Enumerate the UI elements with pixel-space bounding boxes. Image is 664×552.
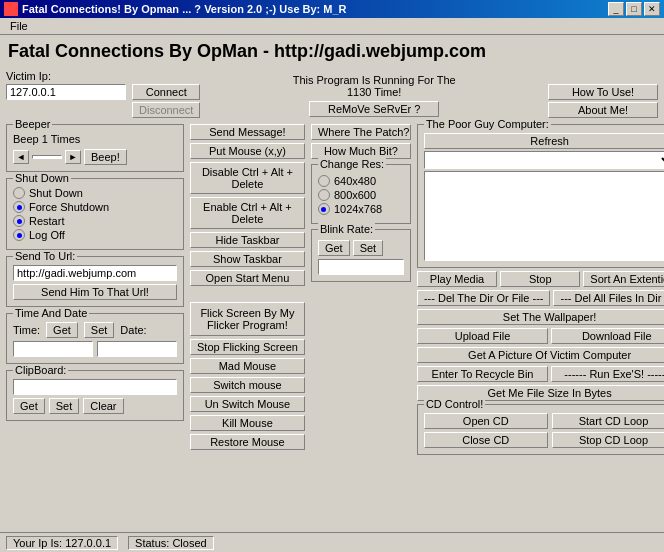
hide-taskbar-button[interactable]: Hide Taskbar [190, 232, 305, 248]
menu-bar: File [0, 18, 664, 35]
stop-button[interactable]: Stop [500, 271, 580, 287]
clipboard-get-button[interactable]: Get [13, 398, 45, 414]
stop-flick-button[interactable]: Stop Flicking Screen [190, 339, 305, 355]
shutdown-option-3: Log Off [29, 229, 65, 241]
set-wallpaper-button[interactable]: Set The Wallpaper! [417, 309, 664, 325]
radio-shutdown[interactable] [13, 187, 25, 199]
get-picture-button[interactable]: Get A Picture Of Victim Computer [417, 347, 664, 363]
poor-guy-label: The Poor Guy Computer: [424, 118, 551, 130]
maximize-button[interactable]: □ [626, 2, 642, 16]
shutdown-label: Shut Down [13, 172, 71, 184]
about-me-button[interactable]: About Me! [548, 102, 658, 118]
clipboard-input[interactable] [13, 379, 177, 395]
date-input[interactable] [97, 341, 177, 357]
time-get-button[interactable]: Get [46, 322, 78, 338]
time-set-button[interactable]: Set [84, 322, 115, 338]
beep-prev-button[interactable]: ◄ [13, 150, 29, 164]
status-label: Status: [135, 537, 169, 549]
enter-recycle-button[interactable]: Enter To Recycle Bin [417, 366, 548, 382]
enable-ctrl-button[interactable]: Enable Ctrl + Alt + Delete [190, 197, 305, 229]
ip-label: Your Ip Is: [13, 537, 62, 549]
kill-mouse-button[interactable]: Kill Mouse [190, 415, 305, 431]
send-message-button[interactable]: Send Message! [190, 124, 305, 140]
beeper-label: Beeper [13, 118, 52, 130]
running-count: 1130 Time! [347, 86, 401, 98]
victim-ip-label: Victim Ip: [6, 70, 126, 82]
del-dir-button[interactable]: --- Del The Dir Or File --- [417, 290, 551, 306]
disable-ctrl-button[interactable]: Disable Ctrl + Alt + Delete [190, 162, 305, 194]
blink-get-button[interactable]: Get [318, 240, 350, 256]
del-all-files-button[interactable]: --- Del All Files In Dir --- [553, 290, 664, 306]
beep-count-text: Beep 1 Times [13, 133, 177, 145]
poor-guy-list [424, 171, 664, 261]
open-start-menu-button[interactable]: Open Start Menu [190, 270, 305, 286]
beep-display [32, 155, 62, 159]
clipboard-clear-button[interactable]: Clear [83, 398, 123, 414]
play-media-button[interactable]: Play Media [417, 271, 497, 287]
radio-1024x768[interactable] [318, 203, 330, 215]
close-cd-button[interactable]: Close CD [424, 432, 548, 448]
ip-value: 127.0.0.1 [65, 537, 111, 549]
status-bar: Your Ip Is: 127.0.0.1 Status: Closed [0, 532, 664, 552]
switch-mouse-button[interactable]: Switch mouse [190, 377, 305, 393]
blink-input[interactable] [318, 259, 404, 275]
mad-mouse-button[interactable]: Mad Mouse [190, 358, 305, 374]
blink-rate-label: Blink Rate: [318, 223, 375, 235]
send-url-button[interactable]: Send Him To That Url! [13, 284, 177, 300]
shutdown-option-2: Restart [29, 215, 64, 227]
time-date-label: Time And Date [13, 307, 89, 319]
radio-640x480[interactable] [318, 175, 330, 187]
time-label: Time: [13, 324, 40, 336]
how-much-bit-button[interactable]: How Much Bit? [311, 143, 411, 159]
poor-guy-dropdown[interactable] [424, 151, 664, 169]
send-url-input[interactable] [13, 265, 177, 281]
menu-file[interactable]: File [4, 19, 34, 33]
how-to-use-button[interactable]: How To Use! [548, 84, 658, 100]
window-title: Fatal Connections! By Opman ... ? Versio… [22, 3, 347, 15]
app-title: Fatal Connections By OpMan - http://gadi… [0, 35, 664, 66]
running-text: This Program Is Running For The [293, 74, 456, 86]
change-res-label: Change Res: [318, 158, 386, 170]
upload-file-button[interactable]: Upload File [417, 328, 548, 344]
unswitch-mouse-button[interactable]: Un Switch Mouse [190, 396, 305, 412]
show-taskbar-button[interactable]: Show Taskbar [190, 251, 305, 267]
start-cd-loop-button[interactable]: Start CD Loop [552, 413, 664, 429]
clipboard-set-button[interactable]: Set [49, 398, 80, 414]
radio-logoff[interactable] [13, 229, 25, 241]
minimize-button[interactable]: _ [608, 2, 624, 16]
radio-force-shutdown[interactable] [13, 201, 25, 213]
send-url-label: Send To Url: [13, 250, 77, 262]
close-button[interactable]: ✕ [644, 2, 660, 16]
cd-control-label: CD Control! [424, 398, 485, 410]
app-icon [4, 2, 18, 16]
time-input[interactable] [13, 341, 93, 357]
clipboard-label: ClipBoard: [13, 364, 68, 376]
beep-button[interactable]: Beep! [84, 149, 127, 165]
disconnect-button[interactable]: Disconnect [132, 102, 200, 118]
remove-server-button[interactable]: ReMoVe SeRvEr ? [309, 101, 439, 117]
open-cd-button[interactable]: Open CD [424, 413, 548, 429]
stop-cd-loop-button[interactable]: Stop CD Loop [552, 432, 664, 448]
flick-screen-label: Flick Screen By My Flicker Program! [190, 302, 305, 336]
put-mouse-button[interactable]: Put Mouse (x,y) [190, 143, 305, 159]
beep-next-button[interactable]: ► [65, 150, 81, 164]
where-patch-button[interactable]: Where The Patch? [311, 124, 411, 140]
res-option-0: 640x480 [334, 175, 376, 187]
shutdown-option-1: Force Shutdown [29, 201, 109, 213]
sort-extension-button[interactable]: Sort An Extention [583, 271, 664, 287]
res-option-1: 800x600 [334, 189, 376, 201]
res-option-2: 1024x768 [334, 203, 382, 215]
run-exe-button[interactable]: ------ Run Exe'S! ------ [551, 366, 664, 382]
refresh-button[interactable]: Refresh [424, 133, 664, 149]
blink-set-button[interactable]: Set [353, 240, 384, 256]
connect-button[interactable]: Connect [132, 84, 200, 100]
victim-ip-input[interactable] [6, 84, 126, 100]
status-value: Closed [172, 537, 206, 549]
date-label: Date: [120, 324, 146, 336]
title-bar: Fatal Connections! By Opman ... ? Versio… [0, 0, 664, 18]
radio-800x600[interactable] [318, 189, 330, 201]
download-file-button[interactable]: Download File [551, 328, 664, 344]
radio-restart[interactable] [13, 215, 25, 227]
restore-mouse-button[interactable]: Restore Mouse [190, 434, 305, 450]
shutdown-option-0: Shut Down [29, 187, 83, 199]
